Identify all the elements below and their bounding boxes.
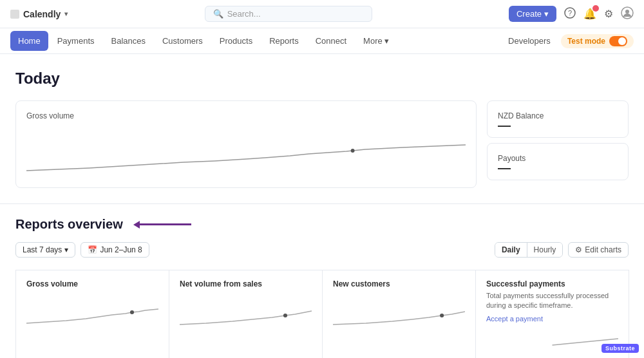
edit-charts-label: Edit charts	[585, 245, 621, 254]
test-mode-badge[interactable]: Test mode	[561, 34, 634, 48]
app-name: Calendly	[23, 9, 61, 19]
edit-charts-button[interactable]: ⚙ Edit charts	[568, 242, 629, 258]
top-bar-left: Calendly ▾	[10, 9, 68, 19]
search-placeholder: Search...	[227, 9, 261, 19]
calendar-icon: 📅	[88, 245, 97, 254]
nav-item-connect[interactable]: Connect	[308, 31, 354, 51]
page-title: Today	[15, 70, 629, 88]
top-bar-right: Create ▾ ? 🔔 ⚙	[509, 6, 634, 22]
nzd-balance-label: NZD Balance	[498, 111, 618, 120]
nav-bar: Home Payments Balances Customers Product…	[0, 28, 644, 54]
arrow-head-icon	[133, 221, 140, 229]
svg-point-7	[440, 314, 444, 317]
section-divider	[0, 203, 644, 204]
nav-item-more[interactable]: More ▾	[355, 31, 397, 51]
arrow-line	[140, 223, 191, 225]
more-label: More	[363, 36, 383, 46]
nav-item-balances[interactable]: Balances	[104, 31, 153, 51]
gross-volume-mini-chart	[26, 291, 158, 330]
profile-icon[interactable]	[621, 6, 634, 22]
chart-card-new-customers: New customers	[322, 270, 476, 358]
chart-title-gross-volume: Gross volume	[26, 279, 158, 288]
gross-volume-card: Gross volume	[15, 100, 477, 188]
chart-title-new-customers: New customers	[333, 279, 465, 288]
svg-point-5	[130, 310, 134, 314]
search-icon: 🔍	[213, 9, 223, 19]
date-range-label: Jun 2–Jun 8	[100, 245, 142, 254]
arrow-annotation	[133, 221, 191, 229]
charts-grid: Gross volume Net volume from sales	[15, 270, 629, 358]
page-content: Today Gross volume NZD Balance Payouts	[0, 54, 644, 358]
nav-item-reports[interactable]: Reports	[261, 31, 307, 51]
period-label: Last 7 days	[23, 245, 62, 254]
nav-item-payments[interactable]: Payments	[50, 31, 102, 51]
chart-title-successful-payments: Successful payments	[486, 279, 618, 288]
test-mode-label: Test mode	[567, 37, 605, 46]
successful-payments-mini-chart	[486, 323, 618, 358]
gross-volume-label: Gross volume	[26, 111, 466, 120]
chevron-down-icon: ▾	[544, 9, 549, 19]
new-customers-mini-chart	[333, 291, 465, 330]
gross-volume-chart	[26, 126, 466, 177]
gear-icon: ⚙	[575, 245, 582, 254]
payouts-value	[498, 168, 511, 169]
test-mode-toggle[interactable]	[609, 36, 627, 46]
notification-badge	[592, 5, 599, 12]
chart-title-net-volume: Net volume from sales	[180, 279, 312, 288]
net-volume-mini-chart	[180, 291, 312, 330]
nzd-balance-card: NZD Balance	[487, 100, 629, 138]
nzd-balance-value	[498, 126, 511, 127]
developers-link[interactable]: Developers	[508, 36, 551, 46]
tab-hourly[interactable]: Hourly	[527, 243, 563, 257]
reports-section: Reports overview Last 7 days ▾ 📅 Jun 2–J…	[15, 217, 629, 358]
svg-point-6	[283, 314, 287, 317]
create-button[interactable]: Create ▾	[509, 6, 556, 22]
chart-subtitle-successful-payments: Total payments successfully processed du…	[486, 291, 618, 311]
chevron-down-icon: ▾	[384, 36, 389, 46]
app-logo[interactable]: Calendly ▾	[10, 9, 68, 19]
view-tab-group: Daily Hourly	[495, 242, 563, 258]
nav-right: Developers Test mode	[508, 34, 634, 48]
chart-card-gross-volume: Gross volume	[15, 270, 169, 358]
tab-daily[interactable]: Daily	[495, 243, 527, 257]
settings-icon[interactable]: ⚙	[604, 8, 613, 20]
nav-item-home[interactable]: Home	[10, 31, 48, 51]
svg-text:?: ?	[568, 9, 572, 17]
payouts-label: Payouts	[498, 154, 618, 163]
svg-point-4	[351, 149, 355, 153]
reports-title: Reports overview	[15, 217, 123, 232]
nav-item-customers[interactable]: Customers	[155, 31, 211, 51]
chevron-down-icon: ▾	[64, 10, 68, 17]
payouts-card: Payouts	[487, 143, 629, 180]
top-bar: Calendly ▾ 🔍 Search... Create ▾ ? 🔔 ⚙	[0, 0, 644, 28]
help-icon[interactable]: ?	[564, 7, 576, 21]
period-filter[interactable]: Last 7 days ▾	[15, 242, 75, 258]
nav-left: Home Payments Balances Customers Product…	[10, 31, 397, 51]
side-cards: NZD Balance Payouts	[487, 100, 629, 188]
svg-point-3	[625, 10, 629, 14]
stripe-badge: Substrate	[601, 344, 639, 353]
filters-row: Last 7 days ▾ 📅 Jun 2–Jun 8 Daily Hourly…	[15, 242, 629, 258]
chart-card-net-volume: Net volume from sales	[169, 270, 323, 358]
search-bar[interactable]: 🔍 Search...	[205, 6, 372, 22]
notifications-icon[interactable]: 🔔	[583, 8, 596, 20]
accept-payment-link[interactable]: Accept a payment	[486, 315, 618, 323]
date-range-filter[interactable]: 📅 Jun 2–Jun 8	[80, 242, 149, 258]
nav-item-products[interactable]: Products	[212, 31, 260, 51]
window-icon	[10, 10, 19, 19]
filter-right: Daily Hourly ⚙ Edit charts	[495, 242, 629, 258]
today-section: Gross volume NZD Balance Payouts	[15, 100, 629, 188]
reports-header: Reports overview	[15, 217, 629, 232]
create-label: Create	[516, 9, 542, 19]
chevron-down-icon: ▾	[64, 245, 68, 254]
